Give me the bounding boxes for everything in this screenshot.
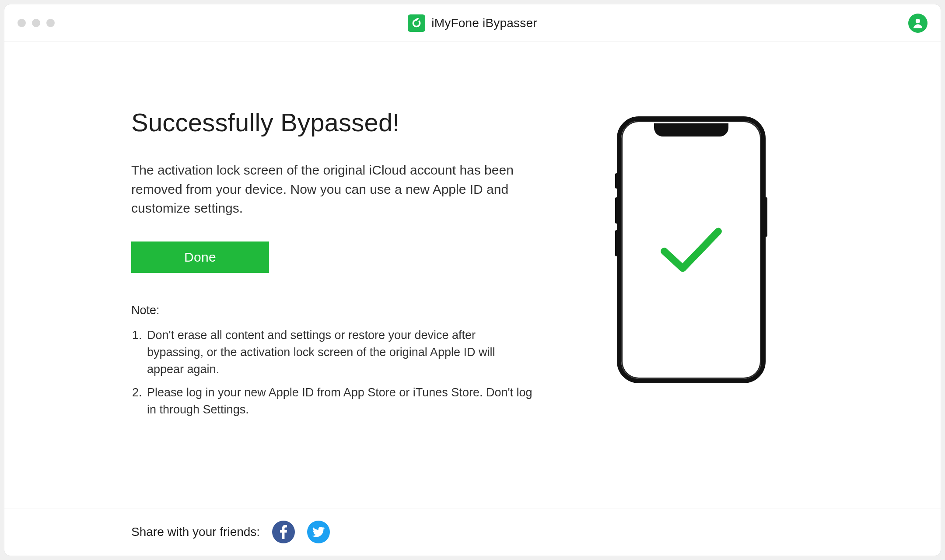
phone-side-button bbox=[615, 173, 618, 189]
titlebar: iMyFone iBypasser bbox=[4, 4, 941, 42]
share-facebook-button[interactable] bbox=[272, 521, 295, 543]
note-heading: Note: bbox=[131, 304, 578, 317]
svg-point-0 bbox=[916, 18, 920, 23]
app-logo-icon bbox=[408, 14, 425, 32]
page-description: The activation lock screen of the origin… bbox=[131, 161, 534, 218]
phone-side-button bbox=[615, 230, 618, 256]
content-left: Successfully Bypassed! The activation lo… bbox=[131, 108, 578, 508]
window-controls bbox=[18, 19, 55, 27]
notes-list: Don't erase all content and settings or … bbox=[131, 327, 534, 419]
content-area: Successfully Bypassed! The activation lo… bbox=[4, 42, 941, 508]
note-item: Please log in your new Apple ID from App… bbox=[145, 384, 534, 418]
minimize-window-button[interactable] bbox=[32, 19, 40, 27]
twitter-icon bbox=[312, 527, 325, 537]
account-button[interactable] bbox=[908, 14, 928, 33]
share-label: Share with your friends: bbox=[131, 525, 260, 539]
note-item: Don't erase all content and settings or … bbox=[145, 327, 534, 378]
facebook-icon bbox=[280, 525, 287, 539]
content-right bbox=[578, 108, 805, 508]
page-title: Successfully Bypassed! bbox=[131, 108, 578, 137]
maximize-window-button[interactable] bbox=[46, 19, 55, 27]
phone-side-button bbox=[765, 197, 767, 237]
phone-side-button bbox=[615, 197, 618, 224]
done-button[interactable]: Done bbox=[131, 242, 269, 273]
app-name: iMyFone iBypasser bbox=[431, 16, 537, 30]
checkmark-icon bbox=[654, 221, 728, 278]
phone-screen bbox=[624, 123, 759, 376]
footer: Share with your friends: bbox=[4, 508, 941, 556]
title-center: iMyFone iBypasser bbox=[4, 14, 941, 32]
phone-illustration bbox=[617, 116, 766, 383]
close-window-button[interactable] bbox=[18, 19, 26, 27]
app-window: iMyFone iBypasser Successfully Bypassed!… bbox=[4, 4, 941, 556]
phone-notch bbox=[654, 123, 728, 136]
share-twitter-button[interactable] bbox=[307, 521, 330, 543]
